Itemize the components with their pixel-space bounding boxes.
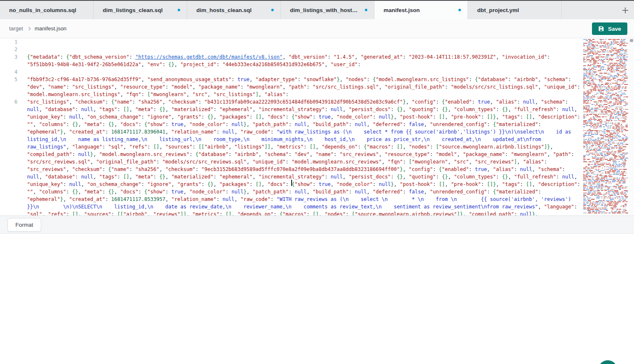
breadcrumb-folder[interactable]: target (9, 25, 23, 32)
line-number: 4 (0, 68, 17, 76)
chevron-right-icon (27, 26, 32, 31)
results-panel (0, 234, 634, 364)
breadcrumb-bar: target manifest.json Save (0, 19, 634, 38)
tab-label: dim_hosts_clean.sql (196, 7, 252, 13)
code-line[interactable]: 1 (0, 38, 580, 46)
code-line[interactable]: 3{"metadata": {"dbt_schema_version": "ht… (0, 53, 580, 68)
code-line-text[interactable] (27, 68, 580, 76)
tab-dim-hosts-clean-sql[interactable]: dim_hosts_clean.sql (187, 1, 281, 19)
code-area: 123{"metadata": {"dbt_schema_version": "… (0, 38, 580, 215)
code-line-text[interactable] (27, 38, 580, 46)
tab-label: no_nulls_in_columns.sql (9, 7, 76, 13)
tab-dim-listings-clean-sql[interactable]: dim_listings_clean.sql (94, 1, 187, 19)
line-number: 6 (0, 98, 17, 106)
text-cursor (291, 180, 292, 186)
tab-dim-listings-with-hosts-sql[interactable]: dim_listings_with_hosts.sql (281, 1, 374, 19)
minimap[interactable] (582, 38, 628, 215)
code-line-text[interactable]: "fbb9f3c2-cf96-4a17-b736-976a62d35ff9", … (27, 76, 580, 98)
code-line[interactable]: 2 (0, 46, 580, 53)
new-tab-button[interactable] (620, 5, 631, 16)
tab-manifest-json[interactable]: manifest.json (374, 1, 468, 19)
format-button[interactable]: Format (7, 218, 41, 232)
bottom-panel-toolbar: Format (0, 215, 634, 234)
code-line[interactable]: 5"fbb9f3c2-cf96-4a17-b736-976a62d35ff9",… (0, 76, 580, 98)
editor-scrollbar[interactable] (629, 38, 634, 215)
code-line[interactable]: 6"src_listings", "checksum": {"name": "s… (0, 98, 580, 215)
code-line[interactable]: 4 (0, 68, 580, 76)
tab-no-nulls-in-columns-sql[interactable]: no_nulls_in_columns.sql (0, 1, 94, 19)
dbt-cloud-ide: { "tabbar": { "tabs": [ { "label": "no_n… (0, 0, 634, 364)
save-button[interactable]: Save (592, 22, 627, 35)
tab-bar: no_nulls_in_columns.sqldim_listings_clea… (0, 0, 634, 19)
code-line-text[interactable]: "src_listings", "checksum": {"name": "sh… (27, 98, 580, 215)
tab-label: dim_listings_clean.sql (103, 7, 163, 13)
tab-label: dim_listings_with_hosts.sql (290, 7, 361, 13)
tab-list: no_nulls_in_columns.sqldim_listings_clea… (0, 1, 562, 19)
unsaved-indicator-dot[interactable] (271, 9, 274, 11)
line-number: 3 (0, 53, 17, 61)
code-editor[interactable]: 123{"metadata": {"dbt_schema_version": "… (0, 38, 634, 215)
scrollbar-thumb[interactable] (630, 39, 633, 42)
tab-dbt-project-yml[interactable]: dbt_project.yml (468, 1, 562, 19)
plus-icon (622, 7, 629, 14)
unsaved-indicator-dot[interactable] (178, 9, 180, 11)
unsaved-indicator-dot[interactable] (365, 9, 367, 11)
code-line-text[interactable]: {"metadata": {"dbt_schema_version": "htt… (27, 53, 580, 68)
unsaved-indicator-dot[interactable] (458, 9, 461, 11)
breadcrumb-file[interactable]: manifest.json (35, 25, 67, 32)
line-number: 2 (0, 46, 17, 53)
tab-label: dbt_project.yml (477, 7, 519, 13)
save-button-label: Save (608, 26, 621, 32)
line-number: 1 (0, 38, 17, 46)
tab-label: manifest.json (384, 7, 420, 13)
floppy-disk-icon (598, 26, 604, 32)
line-number: 5 (0, 76, 17, 83)
code-line-text[interactable] (27, 46, 580, 53)
